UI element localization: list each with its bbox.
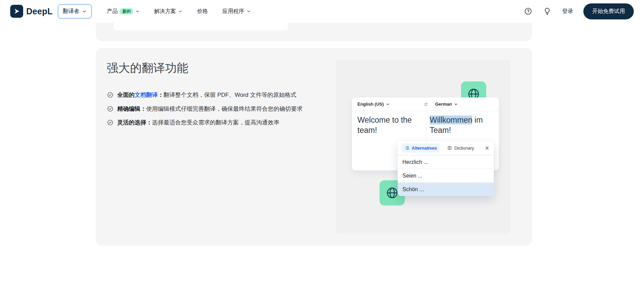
- source-language-selector[interactable]: English (US): [352, 102, 426, 107]
- alternative-option[interactable]: Schön ...: [398, 182, 494, 196]
- persona-label: 翻译者: [63, 8, 79, 15]
- list-item: 精确编辑：使用编辑模式仔细完善翻译，确保最终结果符合您的确切要求: [107, 105, 303, 113]
- target-language-selector[interactable]: German: [426, 102, 458, 107]
- menu-label: 产品: [107, 8, 118, 15]
- top-navigation: DeepL 翻译者 产品 新的 解决方案 价格: [0, 0, 644, 22]
- menu-label: 解决方案: [154, 8, 176, 15]
- check-circle-icon: [107, 106, 113, 112]
- alternative-option[interactable]: Herzlich ...: [398, 155, 494, 169]
- free-trial-button[interactable]: 开始免费试用: [583, 3, 634, 19]
- bullet-body: 翻译整个文档，保留 PDF、Word 文件等的原始格式: [164, 92, 296, 98]
- check-circle-icon: [107, 92, 113, 98]
- swap-languages-icon[interactable]: [424, 102, 429, 107]
- tab-alternatives[interactable]: Alternatives: [402, 143, 440, 153]
- list-item: 全面的文档翻译：翻译整个文档，保留 PDF、Word 文件等的原始格式: [107, 91, 303, 100]
- list-item: 灵活的选择：选择最适合您受众需求的翻译方案，提高沟通效率: [107, 118, 303, 127]
- menu-label: 应用程序: [222, 8, 244, 15]
- features-section: 强大的翻译功能 全面的文档翻译：翻译整个文档，保留 PDF、Word 文件等的原…: [96, 48, 532, 246]
- bullet-body: 选择最适合您受众需求的翻译方案，提高沟通效率: [152, 119, 279, 126]
- login-link[interactable]: 登录: [562, 8, 573, 15]
- alternatives-popup: Alternatives Dictionary Herzlich ... Sei…: [398, 141, 494, 196]
- chevron-down-icon: [135, 9, 140, 14]
- tab-label: Dictionary: [454, 146, 474, 151]
- dictionary-icon: [447, 146, 452, 151]
- bullet-lead: 全面的: [117, 92, 135, 98]
- bullet-lead: 灵活的选择：: [117, 119, 152, 126]
- section-title: 强大的翻译功能: [107, 60, 188, 76]
- main-menu: 产品 新的 解决方案 价格 应用程序: [107, 8, 251, 15]
- alternative-option[interactable]: Seien ...: [398, 169, 494, 182]
- feature-list: 全面的文档翻译：翻译整个文档，保留 PDF、Word 文件等的原始格式 精确编辑…: [107, 91, 303, 132]
- target-language-label: German: [435, 102, 452, 107]
- chevron-down-icon: [246, 9, 251, 14]
- chevron-down-icon: [82, 9, 87, 14]
- persona-selector[interactable]: 翻译者: [58, 4, 92, 18]
- translator-header: English (US) German: [352, 97, 499, 111]
- check-circle-icon: [107, 119, 113, 126]
- brand-name: DeepL: [26, 6, 52, 16]
- chevron-down-icon: [178, 9, 183, 14]
- tab-dictionary[interactable]: Dictionary: [444, 143, 477, 153]
- help-icon[interactable]: [524, 7, 533, 16]
- new-badge: 新的: [120, 8, 133, 14]
- chevron-down-icon: [454, 102, 458, 106]
- close-icon[interactable]: [485, 146, 490, 151]
- menu-item-solutions[interactable]: 解决方案: [154, 8, 183, 15]
- chevron-down-icon: [386, 102, 390, 106]
- alternatives-icon: [404, 146, 410, 151]
- globe-icon: [385, 186, 399, 200]
- bullet-lead-suffix: ：: [158, 92, 164, 98]
- bullet-body: 使用编辑模式仔细完善翻译，确保最终结果符合您的确切要求: [146, 106, 303, 112]
- highlighted-word[interactable]: Willkommen: [430, 116, 472, 124]
- translator-demo-illustration: English (US) German Welcome to the team!…: [336, 60, 510, 234]
- source-language-label: English (US): [357, 102, 384, 107]
- deepl-logo-icon: [10, 5, 23, 18]
- menu-item-products[interactable]: 产品 新的: [107, 8, 140, 15]
- popup-tab-bar: Alternatives Dictionary: [398, 141, 494, 155]
- bullet-lead: 精确编辑：: [117, 106, 146, 112]
- menu-label: 价格: [197, 8, 208, 15]
- menu-item-apps[interactable]: 应用程序: [222, 8, 251, 15]
- tab-label: Alternatives: [412, 146, 437, 151]
- menu-item-pricing[interactable]: 价格: [197, 8, 208, 15]
- lightbulb-icon[interactable]: [543, 7, 552, 16]
- document-translation-link[interactable]: 文档翻译: [135, 92, 158, 98]
- deepl-logo[interactable]: DeepL: [10, 5, 52, 18]
